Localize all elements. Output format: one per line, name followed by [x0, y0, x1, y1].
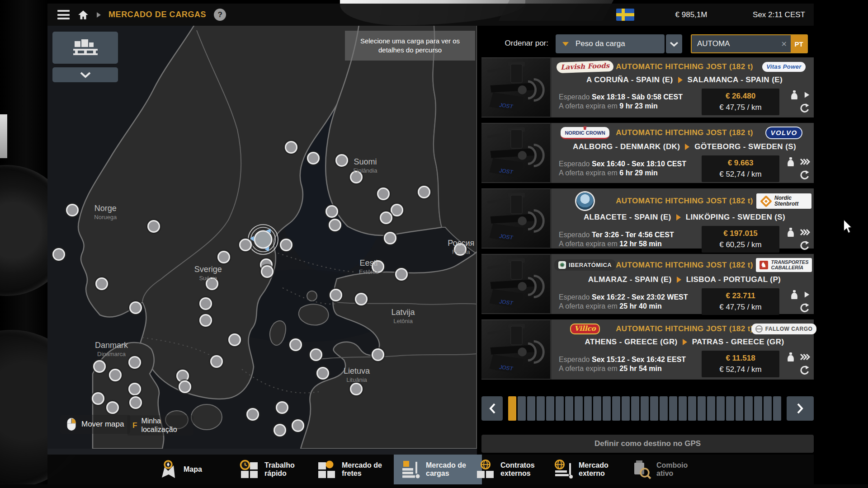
- page-block[interactable]: [660, 396, 668, 421]
- tab-external-contracts[interactable]: Contratos externos: [476, 455, 549, 484]
- page-block[interactable]: [556, 396, 564, 421]
- tab-quick-job[interactable]: Trabalho rápido: [240, 455, 313, 484]
- page-block[interactable]: [736, 396, 744, 421]
- page-block[interactable]: [518, 396, 526, 421]
- job-marker[interactable]: [391, 204, 403, 216]
- job-marker[interactable]: [326, 205, 338, 218]
- job-marker[interactable]: [274, 424, 286, 436]
- next-page-button[interactable]: [787, 396, 814, 421]
- page-block[interactable]: [565, 396, 573, 421]
- home-icon[interactable]: [77, 9, 89, 20]
- page-block[interactable]: [575, 396, 583, 421]
- page-block[interactable]: [537, 396, 545, 421]
- job-marker[interactable]: [377, 188, 390, 200]
- sort-expand-button[interactable]: [666, 34, 682, 53]
- page-block[interactable]: [726, 396, 734, 421]
- page-block[interactable]: [754, 396, 762, 421]
- sort-dropdown[interactable]: Peso da carga: [556, 34, 665, 53]
- help-icon[interactable]: ?: [214, 9, 226, 21]
- job-marker[interactable]: [109, 369, 122, 381]
- page-block[interactable]: [631, 396, 639, 421]
- page-block[interactable]: [698, 396, 706, 421]
- job-marker[interactable]: [285, 141, 297, 154]
- page-block[interactable]: [679, 396, 687, 421]
- page-block[interactable]: [546, 396, 554, 421]
- job-marker[interactable]: [106, 401, 119, 414]
- cargo-offer-row[interactable]: Lavish Foods AUTOMATIC HITCHING JOST (18…: [481, 57, 814, 117]
- job-marker[interactable]: [95, 277, 108, 290]
- job-marker[interactable]: [307, 152, 320, 164]
- job-marker[interactable]: [280, 239, 292, 251]
- job-marker[interactable]: [329, 219, 341, 231]
- job-marker[interactable]: [380, 211, 392, 224]
- job-marker[interactable]: [261, 265, 274, 278]
- menu-icon[interactable]: [57, 10, 70, 19]
- page-block[interactable]: [508, 396, 516, 421]
- tab-freight-market[interactable]: Mercado de fretes: [317, 455, 391, 484]
- collapse-button[interactable]: [52, 67, 118, 82]
- job-marker[interactable]: [228, 333, 241, 346]
- job-marker[interactable]: [217, 251, 230, 263]
- job-marker[interactable]: [147, 220, 160, 233]
- page-block[interactable]: [641, 396, 649, 421]
- job-marker[interactable]: [128, 383, 141, 395]
- job-marker[interactable]: [350, 383, 363, 395]
- job-marker[interactable]: [52, 248, 65, 261]
- job-marker[interactable]: [239, 239, 252, 251]
- page-block[interactable]: [650, 396, 658, 421]
- tab-cargo-market[interactable]: Mercado de cargas: [394, 455, 482, 484]
- job-marker[interactable]: [206, 277, 218, 290]
- page-block[interactable]: [717, 396, 725, 421]
- page-block[interactable]: [773, 396, 781, 421]
- page-block[interactable]: [612, 396, 620, 421]
- job-marker[interactable]: [93, 360, 106, 373]
- job-marker[interactable]: [210, 355, 223, 368]
- prev-page-button[interactable]: [481, 396, 503, 421]
- page-block[interactable]: [745, 396, 753, 421]
- job-marker[interactable]: [179, 380, 191, 393]
- job-marker[interactable]: [289, 338, 302, 351]
- job-marker[interactable]: [395, 268, 408, 281]
- language-button[interactable]: PT: [791, 35, 807, 52]
- job-marker[interactable]: [199, 314, 212, 327]
- search-input[interactable]: AUTOMA: [692, 39, 781, 48]
- cargo-offer-row[interactable]: Villco AUTOMATIC HITCHING JOST (182 t) F…: [481, 319, 814, 380]
- job-marker[interactable]: [199, 297, 212, 310]
- job-marker[interactable]: [66, 204, 79, 216]
- job-marker[interactable]: [292, 419, 304, 432]
- cargo-offer-row[interactable]: NORDIC CROWN AUTOMATIC HITCHING JOST (18…: [481, 123, 814, 183]
- page-block[interactable]: [603, 396, 611, 421]
- set-gps-destination-button[interactable]: Definir como destino no GPS: [481, 435, 814, 453]
- job-marker[interactable]: [384, 232, 396, 244]
- tab-active-convoy[interactable]: Comboio ativo: [632, 455, 705, 484]
- job-marker[interactable]: [355, 293, 368, 305]
- job-marker[interactable]: [454, 243, 467, 256]
- job-marker[interactable]: [276, 401, 288, 414]
- job-marker[interactable]: [372, 348, 384, 361]
- page-block[interactable]: [593, 396, 601, 421]
- clear-search-icon[interactable]: ✕: [781, 40, 787, 48]
- job-marker[interactable]: [316, 367, 329, 380]
- job-marker[interactable]: [92, 392, 104, 405]
- job-marker[interactable]: [129, 396, 142, 409]
- page-block[interactable]: [688, 396, 696, 421]
- cargo-view-button[interactable]: [52, 32, 118, 64]
- my-location-button[interactable]: F Minha localização: [127, 415, 193, 436]
- page-block[interactable]: [669, 396, 677, 421]
- search-box[interactable]: AUTOMA ✕ PT: [691, 34, 808, 53]
- page-block[interactable]: [622, 396, 630, 421]
- job-marker[interactable]: [310, 348, 322, 361]
- page-block[interactable]: [584, 396, 592, 421]
- tab-external-market[interactable]: Mercado externo: [554, 455, 627, 484]
- job-marker[interactable]: [129, 301, 142, 314]
- job-marker[interactable]: [330, 289, 342, 301]
- tab-map[interactable]: Mapa: [159, 455, 202, 484]
- job-marker[interactable]: [418, 186, 430, 198]
- job-marker[interactable]: [335, 154, 348, 167]
- job-marker[interactable]: [372, 260, 384, 273]
- page-block[interactable]: [764, 396, 772, 421]
- cargo-offer-row[interactable]: IBERATÓMICA AUTOMATIC HITCHING JOST (182…: [481, 254, 814, 314]
- job-marker[interactable]: [246, 408, 259, 421]
- job-marker[interactable]: [350, 171, 363, 183]
- page-block[interactable]: [527, 396, 535, 421]
